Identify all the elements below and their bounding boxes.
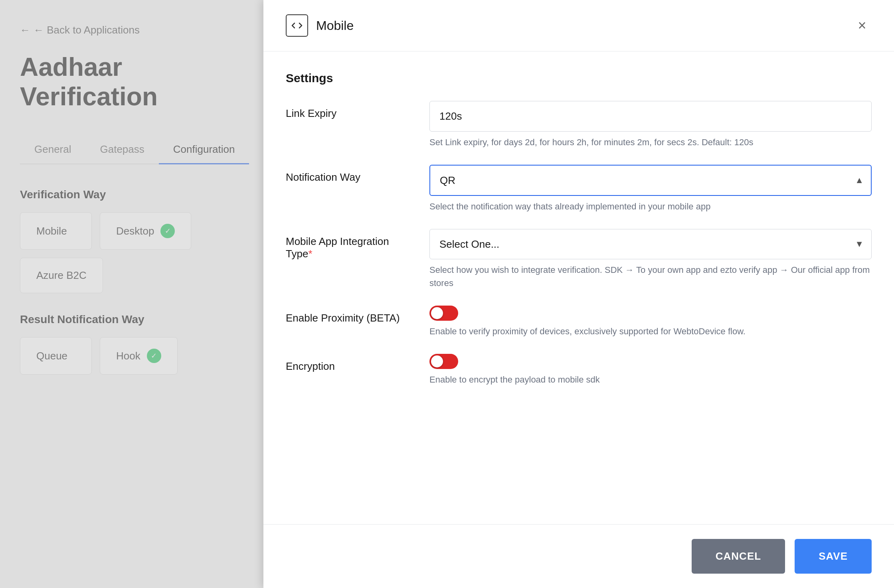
verification-way-cards: Mobile Desktop ✓	[20, 212, 243, 250]
proximity-label: Enable Proximity (BETA)	[286, 312, 400, 324]
proximity-toggle-knob	[431, 307, 443, 319]
result-notification-title: Result Notification Way	[20, 313, 243, 326]
proximity-field-col: Enable to verify proximity of devices, e…	[429, 306, 872, 338]
drawer-body: Settings Link Expiry Set Link expiry, fo…	[263, 51, 894, 524]
card-mobile[interactable]: Mobile	[20, 212, 92, 250]
tab-configuration[interactable]: Configuration	[159, 135, 249, 164]
notification-way-select[interactable]: QR Push SMS	[429, 165, 872, 196]
notification-way-label-col: Notification Way	[286, 165, 413, 184]
result-notification-section: Result Notification Way Queue Hook ✓	[20, 313, 243, 375]
link-expiry-input[interactable]	[429, 101, 872, 132]
card-queue-label: Queue	[36, 350, 67, 362]
drawer-title-group: Mobile	[286, 14, 354, 37]
integration-type-row: Mobile App Integration Type* Select One.…	[286, 229, 872, 290]
link-expiry-field-col: Set Link expiry, for days 2d, for hours …	[429, 101, 872, 149]
notification-way-field-col: QR Push SMS ▲ Select the notification wa…	[429, 165, 872, 213]
link-expiry-label-col: Link Expiry	[286, 101, 413, 120]
integration-type-select-wrapper: Select One... SDK ezto verify app ▼	[429, 229, 872, 259]
drawer-header: Mobile ×	[263, 0, 894, 51]
proximity-toggle-wrapper	[429, 306, 872, 321]
proximity-hint: Enable to verify proximity of devices, e…	[429, 325, 872, 338]
card-azure-label: Azure B2C	[36, 269, 87, 282]
link-expiry-hint: Set Link expiry, for days 2d, for hours …	[429, 136, 872, 149]
integration-type-label-col: Mobile App Integration Type*	[286, 229, 413, 260]
tab-general[interactable]: General	[20, 135, 86, 164]
notification-way-label: Notification Way	[286, 171, 360, 183]
encryption-hint: Enable to encrypt the payload to mobile …	[429, 373, 872, 386]
page-title: Aadhaar Verification	[20, 52, 243, 111]
verification-way-section: Verification Way Mobile Desktop ✓ Azure …	[20, 188, 243, 293]
notification-way-row: Notification Way QR Push SMS ▲ Select th…	[286, 165, 872, 213]
notification-way-select-wrapper: QR Push SMS ▲	[429, 165, 872, 196]
encryption-field-col: Enable to encrypt the payload to mobile …	[429, 354, 872, 386]
hook-check-icon: ✓	[147, 349, 161, 363]
integration-type-hint: Select how you wish to integrate verific…	[429, 263, 872, 290]
code-icon	[286, 14, 308, 37]
back-link-text: ← Back to Applications	[34, 24, 140, 36]
integration-type-select[interactable]: Select One... SDK ezto verify app	[429, 229, 872, 259]
drawer-footer: CANCEL SAVE	[263, 524, 894, 588]
encryption-toggle[interactable]	[429, 354, 458, 369]
card-hook[interactable]: Hook ✓	[100, 337, 178, 375]
cancel-button[interactable]: CANCEL	[692, 539, 785, 574]
card-hook-label: Hook	[116, 350, 140, 362]
card-desktop-label: Desktop	[116, 225, 154, 237]
desktop-check-icon: ✓	[160, 224, 175, 238]
verification-way-title: Verification Way	[20, 188, 243, 201]
proximity-toggle[interactable]	[429, 306, 458, 321]
save-button[interactable]: SAVE	[795, 539, 872, 574]
back-arrow-icon: ←	[20, 24, 30, 36]
required-star: *	[308, 248, 312, 260]
proximity-row: Enable Proximity (BETA) Enable to verify…	[286, 306, 872, 338]
close-button[interactable]: ×	[852, 16, 872, 35]
result-notification-cards: Queue Hook ✓	[20, 337, 243, 375]
proximity-label-col: Enable Proximity (BETA)	[286, 306, 413, 324]
verification-way-cards-2: Azure B2C	[20, 258, 243, 293]
background-page: ← ← Back to Applications Aadhaar Verific…	[0, 0, 263, 588]
link-expiry-row: Link Expiry Set Link expiry, for days 2d…	[286, 101, 872, 149]
card-queue[interactable]: Queue	[20, 337, 92, 375]
card-mobile-label: Mobile	[36, 225, 67, 237]
tab-gatepass[interactable]: Gatepass	[86, 135, 159, 164]
drawer-title: Mobile	[316, 18, 354, 33]
encryption-label-col: Encryption	[286, 354, 413, 373]
encryption-toggle-knob	[431, 355, 443, 367]
encryption-toggle-wrapper	[429, 354, 872, 369]
tabs-row: General Gatepass Configuration Workfl...	[20, 135, 243, 164]
card-desktop[interactable]: Desktop ✓	[100, 212, 191, 250]
link-expiry-label: Link Expiry	[286, 107, 336, 119]
encryption-row: Encryption Enable to encrypt the payload…	[286, 354, 872, 386]
notification-way-hint: Select the notification way thats alread…	[429, 200, 872, 213]
encryption-label: Encryption	[286, 360, 335, 372]
settings-heading: Settings	[286, 71, 872, 85]
settings-drawer: Mobile × Settings Link Expiry Set Link e…	[263, 0, 894, 588]
integration-type-field-col: Select One... SDK ezto verify app ▼ Sele…	[429, 229, 872, 290]
back-link[interactable]: ← ← Back to Applications	[20, 24, 243, 36]
integration-type-label: Mobile App Integration Type*	[286, 235, 389, 260]
card-azure-b2c[interactable]: Azure B2C	[20, 258, 103, 293]
